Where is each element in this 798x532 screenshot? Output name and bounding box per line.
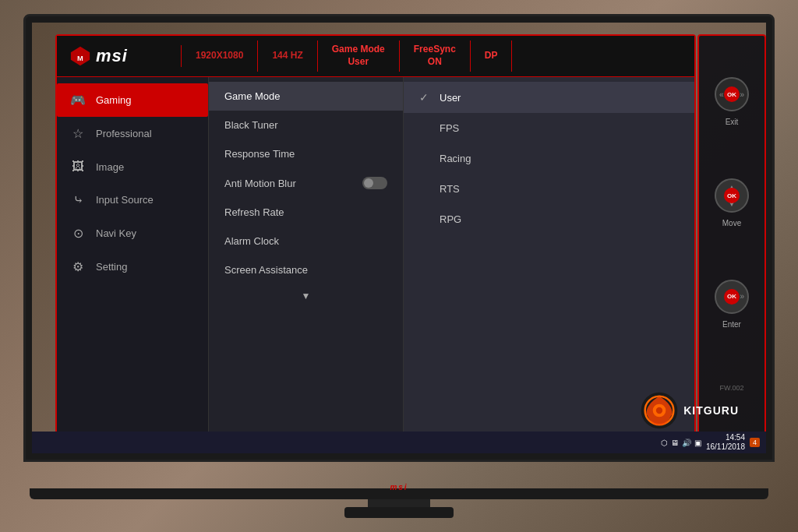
right-panel: ✓ User FPS Racing RTS [404, 77, 694, 436]
option-racing[interactable]: Racing [404, 143, 694, 174]
kitguru-watermark: KITGURU [640, 391, 739, 430]
ok-center-label: OK [724, 86, 740, 102]
navi-key-icon: ⊙ [69, 226, 87, 241]
header-refresh: 144 HZ [258, 41, 317, 72]
arrow-right-icon: » [740, 90, 744, 99]
sidebar-item-input-source[interactable]: ⤷ Input Source [57, 183, 208, 217]
network-icon: 🖥 [671, 439, 679, 447]
taskbar-icons: ⬡ 🖥 🔊 ▣ [661, 439, 701, 447]
arrow-right-enter-icon: » [740, 292, 744, 301]
anti-motion-blur-toggle[interactable] [362, 177, 387, 189]
taskbar-badge: 4 [750, 438, 760, 447]
menu-item-black-tuner[interactable]: Black Tuner [209, 111, 403, 139]
osd-overlay: M msi 1920X1080 144 HZ Game Mode User [55, 34, 696, 438]
exit-button[interactable]: « OK » [715, 77, 749, 111]
move-button[interactable]: ▲ OK ▼ [715, 178, 749, 213]
osd-header: M msi 1920X1080 144 HZ Game Mode User [57, 36, 694, 77]
monitor-frame: M msi 1920X1080 144 HZ Game Mode User [23, 14, 775, 462]
sidebar-item-label: Image [96, 161, 124, 173]
sidebar-item-label: Professional [96, 128, 152, 139]
scroll-down-chevron[interactable]: ▼ [209, 284, 403, 308]
input-source-icon: ⤷ [69, 192, 87, 207]
header-freesync: FreeSync ON [400, 41, 471, 72]
menu-item-game-mode[interactable]: Game Mode [209, 82, 403, 111]
taskbar: ⬡ 🖥 🔊 ▣ 14:54 16/11/2018 4 [32, 432, 766, 453]
ok-center-label: OK [724, 289, 740, 305]
header-resolution: 1920X1080 [182, 41, 258, 72]
setting-icon: ⚙ [69, 259, 87, 274]
header-input: DP [471, 41, 513, 72]
menu-item-refresh-rate[interactable]: Refresh Rate [209, 198, 403, 227]
svg-point-5 [656, 407, 662, 414]
option-rpg[interactable]: RPG [404, 204, 694, 234]
gaming-icon: 🎮 [69, 93, 87, 107]
option-user[interactable]: ✓ User [404, 82, 694, 113]
monitor-foot [344, 507, 454, 518]
option-fps[interactable]: FPS [404, 113, 694, 143]
monitor-screen: M msi 1920X1080 144 HZ Game Mode User [32, 23, 766, 453]
kitguru-text-label: KITGURU [683, 404, 739, 417]
sidebar-item-label: Navi Key [96, 227, 136, 239]
dropbox-icon: ⬡ [661, 439, 668, 447]
volume-icon: 🔊 [682, 439, 691, 447]
middle-panel: Game Mode Black Tuner Response Time Anti… [209, 77, 404, 436]
sidebar-item-label: Input Source [96, 194, 154, 206]
nav-buttons-panel: « OK » Exit ▲ OK ▼ Move [697, 34, 766, 438]
menu-item-anti-motion-blur[interactable]: Anti Motion Blur [209, 168, 403, 198]
sidebar: 🎮 Gaming ☆ Professional 🖼 Image ⤷ Input … [57, 77, 209, 436]
battery-icon: ▣ [694, 439, 701, 447]
ok-center-label: OK [724, 188, 740, 203]
taskbar-time: 14:54 16/11/2018 [706, 433, 745, 452]
msi-logo-area: M msi [57, 45, 182, 67]
option-rts[interactable]: RTS [404, 174, 694, 204]
bezel-brand-label: msi [390, 483, 408, 491]
osd-main: 🎮 Gaming ☆ Professional 🖼 Image ⤷ Input … [57, 77, 694, 436]
msi-logo-text: msi [96, 46, 128, 66]
sidebar-item-navi-key[interactable]: ⊙ Navi Key [57, 217, 208, 250]
menu-item-alarm-clock[interactable]: Alarm Clock [209, 227, 403, 255]
exit-label: Exit [726, 118, 739, 126]
sidebar-item-label: Gaming [96, 94, 132, 106]
header-game-mode: Game Mode User [318, 41, 400, 72]
arrow-left-icon: « [719, 90, 724, 99]
svg-text:M: M [77, 55, 83, 62]
sidebar-item-gaming[interactable]: 🎮 Gaming [57, 83, 208, 117]
enter-label: Enter [722, 320, 741, 329]
move-btn-group: ▲ OK ▼ Move [715, 178, 749, 227]
kitguru-logo-icon [640, 391, 679, 430]
enter-button[interactable]: OK » [715, 280, 749, 314]
menu-item-response-time[interactable]: Response Time [209, 139, 403, 168]
image-icon: 🖼 [69, 160, 87, 174]
enter-btn-group: OK » Enter [715, 280, 749, 329]
sidebar-item-label: Setting [96, 261, 127, 273]
sidebar-item-setting[interactable]: ⚙ Setting [57, 250, 208, 284]
menu-item-screen-assistance[interactable]: Screen Assistance [209, 255, 403, 284]
professional-icon: ☆ [69, 126, 87, 141]
sidebar-item-professional[interactable]: ☆ Professional [57, 117, 208, 150]
sidebar-item-image[interactable]: 🖼 Image [57, 150, 208, 183]
exit-btn-group: « OK » Exit [715, 77, 749, 126]
check-icon: ✓ [419, 91, 432, 104]
msi-dragon-icon: M [69, 45, 91, 67]
move-label: Move [722, 219, 741, 227]
